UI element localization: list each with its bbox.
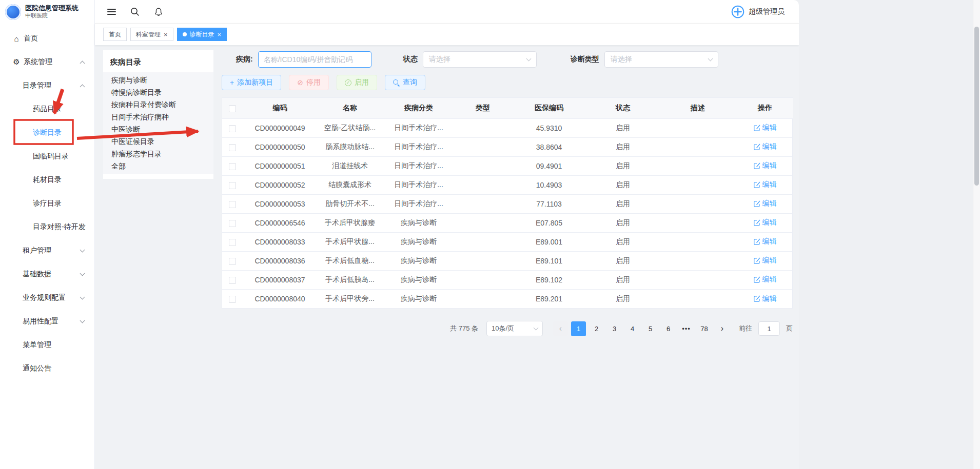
tab-bar: 首页 科室管理 × 诊断目录 × <box>95 24 799 45</box>
edit-button[interactable]: 编辑 <box>754 180 777 189</box>
tab-diagnosis-catalog[interactable]: 诊断目录 × <box>177 28 227 41</box>
sidebar-item-diagnosis-catalog[interactable]: 诊断目录 <box>0 121 94 145</box>
enable-button[interactable]: ✓ 启用 <box>337 75 377 90</box>
page-button-3[interactable]: 3 <box>607 321 622 336</box>
row-checkbox[interactable] <box>229 296 236 303</box>
cell-type <box>455 137 511 156</box>
cell-status: 启用 <box>587 137 659 156</box>
tab-department-management[interactable]: 科室管理 × <box>130 28 173 41</box>
row-checkbox[interactable] <box>229 277 236 284</box>
sidebar-item-home[interactable]: ⌂ 首页 <box>0 27 94 50</box>
row-checkbox[interactable] <box>229 144 236 151</box>
edit-button[interactable]: 编辑 <box>754 142 777 151</box>
catalog-item-all[interactable]: 全部 <box>103 160 213 172</box>
search-icon[interactable] <box>130 7 140 16</box>
edit-label: 编辑 <box>762 123 777 132</box>
close-icon[interactable]: × <box>218 31 222 38</box>
edit-icon <box>754 257 760 264</box>
page-button-1[interactable]: 1 <box>571 321 586 336</box>
cell-code: CD0000000051 <box>243 156 317 175</box>
catalog-item-tcm-syndrome[interactable]: 中医证候目录 <box>103 135 213 148</box>
sidebar-item-basic-data[interactable]: 基础数据 <box>0 262 94 286</box>
row-checkbox[interactable] <box>229 220 236 227</box>
sidebar-item-consumables-catalog[interactable]: 耗材目录 <box>0 168 94 192</box>
page-button-78[interactable]: 78 <box>697 321 712 336</box>
cell-category: 日间手术治疗... <box>383 137 455 156</box>
page-size-select[interactable]: 10条/页 <box>486 321 543 336</box>
edit-button[interactable]: 编辑 <box>754 199 777 208</box>
check-circle-icon: ✓ <box>345 79 351 86</box>
cell-code: CD0000000050 <box>243 137 317 156</box>
diagnosis-type-select[interactable]: 请选择 <box>604 51 718 68</box>
row-checkbox[interactable] <box>229 182 236 189</box>
page-button-4[interactable]: 4 <box>625 321 640 336</box>
sidebar-item-treatment-catalog[interactable]: 诊疗目录 <box>0 192 94 215</box>
header-type: 类型 <box>455 98 511 118</box>
edit-button[interactable]: 编辑 <box>754 218 777 227</box>
sidebar-item-label: 国临码目录 <box>33 152 69 161</box>
next-page-button[interactable]: › <box>715 321 730 336</box>
user-menu[interactable]: 超级管理员 <box>731 5 785 18</box>
row-checkbox[interactable] <box>229 258 236 265</box>
table-row: CD0000000050 肠系膜动脉结... 日间手术治疗... 38.8604… <box>222 137 793 156</box>
sidebar-item-label: 诊疗目录 <box>33 199 62 208</box>
query-button[interactable]: 查询 <box>385 75 425 90</box>
catalog-item-disease-diagnosis[interactable]: 疾病与诊断 <box>103 74 213 86</box>
edit-button[interactable]: 编辑 <box>754 275 777 284</box>
catalog-item-special-chronic[interactable]: 特慢病诊断目录 <box>103 86 213 98</box>
catalog-item-tumor-morphology[interactable]: 肿瘤形态学目录 <box>103 148 213 160</box>
select-all-checkbox[interactable] <box>229 105 236 112</box>
edit-icon <box>754 200 760 207</box>
tab-label: 首页 <box>109 30 121 39</box>
edit-button[interactable]: 编辑 <box>754 161 777 170</box>
row-checkbox[interactable] <box>229 239 236 246</box>
sidebar-item-national-code-catalog[interactable]: 国临码目录 <box>0 145 94 168</box>
page-button-5[interactable]: 5 <box>643 321 658 336</box>
edit-button[interactable]: 编辑 <box>754 123 777 132</box>
cell-category: 疾病与诊断 <box>383 232 455 251</box>
table-row: CD0000008033 手术后甲状腺... 疾病与诊断 E89.001 启用 … <box>222 232 793 251</box>
cell-status: 启用 <box>587 156 659 175</box>
edit-button[interactable]: 编辑 <box>754 237 777 246</box>
disease-search-input[interactable] <box>258 51 371 68</box>
sidebar-item-catalog-mapping[interactable]: 目录对照-待开发 <box>0 215 94 239</box>
prev-page-button[interactable]: ‹ <box>553 321 568 336</box>
menu-fold-icon[interactable] <box>107 8 116 16</box>
main-area: 超级管理员 首页 科室管理 × 诊断目录 × <box>95 0 799 469</box>
status-select[interactable]: 请选择 <box>423 51 537 68</box>
close-icon[interactable]: × <box>164 31 168 38</box>
edit-button[interactable]: 编辑 <box>754 294 777 303</box>
tab-home[interactable]: 首页 <box>103 28 127 41</box>
catalog-item-day-surgery[interactable]: 日间手术治疗病种 <box>103 111 213 123</box>
add-item-button[interactable]: + 添加新项目 <box>222 75 281 90</box>
catalog-item-payment-by-disease[interactable]: 按病种目录付费诊断 <box>103 98 213 111</box>
sidebar-item-menu-management[interactable]: 菜单管理 <box>0 333 94 357</box>
row-checkbox[interactable] <box>229 163 236 170</box>
hospital-name: 中联医院 <box>25 12 79 19</box>
scrollbar-track[interactable] <box>973 0 980 469</box>
cell-insurance-code: E89.102 <box>511 270 587 289</box>
sidebar-item-tenant-management[interactable]: 租户管理 <box>0 239 94 262</box>
bell-icon[interactable] <box>154 7 163 16</box>
sidebar-item-system-management[interactable]: ⚙ 系统管理 <box>0 50 94 74</box>
scrollbar-thumb[interactable] <box>974 27 979 186</box>
sidebar-item-usability-config[interactable]: 易用性配置 <box>0 310 94 333</box>
cell-insurance-code: 38.8604 <box>511 137 587 156</box>
sidebar-item-catalog-management[interactable]: 目录管理 <box>0 74 94 97</box>
page-button-2[interactable]: 2 <box>589 321 604 336</box>
cell-name: 空肠-乙状结肠... <box>317 118 383 137</box>
app-title: 医院信息管理系统 <box>25 4 79 12</box>
row-checkbox[interactable] <box>229 125 236 132</box>
goto-page-input[interactable] <box>758 321 780 336</box>
disable-button[interactable]: ⊘ 停用 <box>289 75 329 90</box>
more-pages-button[interactable]: ••• <box>679 321 694 336</box>
table-row: CD0000000049 空肠-乙状结肠... 日间手术治疗... 45.931… <box>222 118 793 137</box>
goto-label: 前往 <box>739 324 752 333</box>
sidebar-item-business-rules[interactable]: 业务规则配置 <box>0 286 94 310</box>
page-button-6[interactable]: 6 <box>661 321 676 336</box>
sidebar-item-drug-catalog[interactable]: 药品目录 <box>0 97 94 121</box>
edit-button[interactable]: 编辑 <box>754 256 777 265</box>
row-checkbox[interactable] <box>229 201 236 208</box>
sidebar-item-notice[interactable]: 通知公告 <box>0 357 94 380</box>
catalog-item-tcm-diagnosis[interactable]: 中医诊断 <box>103 123 213 135</box>
